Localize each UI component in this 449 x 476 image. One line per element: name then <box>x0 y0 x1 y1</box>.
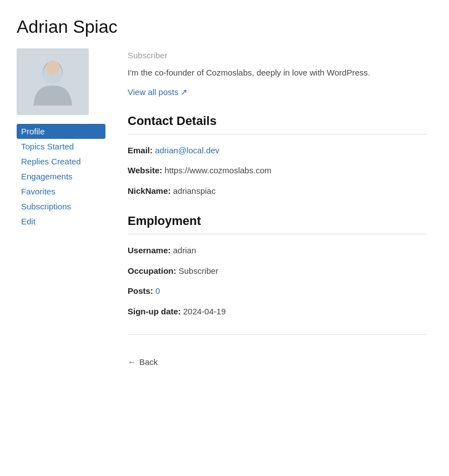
sidebar-item-engagements[interactable]: Engagements <box>17 169 105 184</box>
signup-label: Sign-up date: <box>128 307 181 316</box>
sidebar: Profile Topics Started Replies Created E… <box>17 48 105 229</box>
occupation-label: Occupation: <box>128 266 176 275</box>
sidebar-item-edit[interactable]: Edit <box>17 214 105 229</box>
signup-row: Sign-up date: 2024-04-19 <box>128 305 427 318</box>
nickname-row: NickName: adrianspiac <box>128 185 427 198</box>
nickname-value: adrianspiac <box>173 186 216 196</box>
occupation-value: Subscriber <box>179 266 219 275</box>
email-row: Email: adrian@local.dev <box>128 144 427 157</box>
bio-text: I'm the co-founder of Cozmoslabs, deeply… <box>128 67 427 79</box>
sidebar-link-subscriptions[interactable]: Subscriptions <box>21 202 71 211</box>
subscriber-label: Subscriber <box>128 51 427 60</box>
posts-value[interactable]: 0 <box>155 286 160 295</box>
contact-divider <box>128 134 427 134</box>
page-title: Adrian Spiac <box>17 17 432 37</box>
occupation-row: Occupation: Subscriber <box>128 265 427 278</box>
contact-details-title: Contact Details <box>128 114 427 128</box>
sidebar-item-topics-started[interactable]: Topics Started <box>17 139 105 154</box>
view-all-posts-link[interactable]: View all posts ↗ <box>128 87 188 97</box>
avatar-container <box>17 48 105 115</box>
website-row: Website: https://www.cozmoslabs.com <box>128 164 427 177</box>
sidebar-link-favorites[interactable]: Favorites <box>21 187 56 196</box>
sidebar-link-engagements[interactable]: Engagements <box>21 172 73 181</box>
sidebar-item-favorites[interactable]: Favorites <box>17 184 105 199</box>
username-label: Username: <box>128 245 171 255</box>
main-layout: Profile Topics Started Replies Created E… <box>17 48 432 367</box>
sidebar-link-edit[interactable]: Edit <box>21 217 36 226</box>
sidebar-item-subscriptions[interactable]: Subscriptions <box>17 199 105 214</box>
avatar <box>17 48 89 115</box>
external-link-icon: ↗ <box>180 87 188 97</box>
contact-details-section: Contact Details Email: adrian@local.dev … <box>128 114 427 198</box>
posts-row: Posts: 0 <box>128 285 427 298</box>
username-value: adrian <box>173 245 196 255</box>
svg-point-2 <box>46 61 59 75</box>
username-row: Username: adrian <box>128 244 427 257</box>
back-arrow-icon: ← <box>128 357 136 367</box>
view-all-posts-label: View all posts <box>128 87 178 97</box>
sidebar-link-topics-started[interactable]: Topics Started <box>21 142 74 151</box>
sidebar-item-profile[interactable]: Profile <box>17 124 105 139</box>
sidebar-nav: Profile Topics Started Replies Created E… <box>17 124 105 229</box>
posts-label: Posts: <box>128 286 153 295</box>
signup-value: 2024-04-19 <box>183 307 226 316</box>
sidebar-link-replies-created[interactable]: Replies Created <box>21 157 81 166</box>
sidebar-link-profile[interactable]: Profile <box>21 127 45 136</box>
sidebar-item-replies-created[interactable]: Replies Created <box>17 154 105 169</box>
back-link[interactable]: ← Back <box>128 357 158 367</box>
website-value: https://www.cozmoslabs.com <box>164 166 271 175</box>
website-label: Website: <box>128 166 162 175</box>
employment-title: Employment <box>128 214 427 228</box>
nickname-label: NickName: <box>128 186 171 196</box>
back-label: Back <box>139 357 158 367</box>
employment-section: Employment Username: adrian Occupation: … <box>128 214 427 318</box>
employment-divider <box>128 234 427 234</box>
bottom-divider <box>128 334 427 335</box>
email-label: Email: <box>128 146 153 155</box>
email-value[interactable]: adrian@local.dev <box>155 146 219 155</box>
profile-main-content: Subscriber I'm the co-founder of Cozmosl… <box>128 48 432 367</box>
